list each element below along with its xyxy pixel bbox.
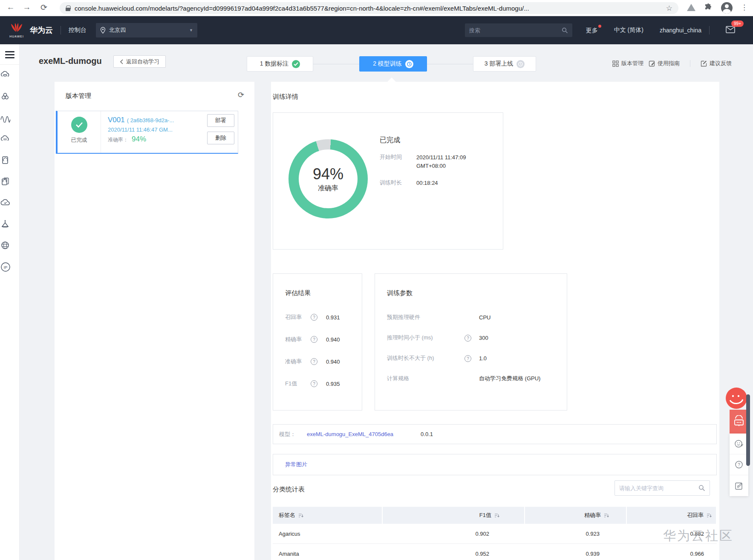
version-number-link[interactable]: V001 <box>108 116 125 124</box>
lock-icon <box>66 6 70 11</box>
question-circle-icon: ? <box>734 460 744 469</box>
chevron-down-icon: ▼ <box>189 28 193 32</box>
browser-back-icon[interactable]: ← <box>5 3 16 12</box>
browser-menu-icon[interactable]: ⋮ <box>741 3 748 12</box>
workflow-stepper: 1 数据标注 2 模型训练 3 部署上线 <box>247 56 536 72</box>
huawei-logo[interactable]: HUAWEI <box>7 23 26 38</box>
version-manage-link[interactable]: 版本管理 <box>612 60 643 67</box>
search-icon[interactable] <box>562 27 568 34</box>
metric-row-f1: F1值 0.935 <box>285 378 355 390</box>
brand-name[interactable]: 华为云 <box>30 25 53 35</box>
duration-value: 00:18:24 <box>416 179 438 187</box>
sort-icon[interactable] <box>494 513 499 518</box>
training-status: 已完成 <box>380 136 466 145</box>
svg-text:?: ? <box>738 462 740 467</box>
extensions-puzzle-icon[interactable] <box>704 3 713 14</box>
accuracy-value: 94% <box>132 135 146 144</box>
username-menu[interactable]: zhanghui_china <box>660 27 701 34</box>
table-row[interactable]: Amanita 0.952 0.939 0.966 <box>273 544 717 560</box>
sidebar-item-cluster[interactable] <box>0 91 19 101</box>
page-scrollbar[interactable] <box>746 394 750 466</box>
menu-hamburger-icon[interactable] <box>5 51 14 58</box>
version-card[interactable]: 已完成 V001 ( 2a6b3f68-9d2a-... 2020/11/11 … <box>56 111 238 154</box>
huawei-flower-icon <box>10 23 23 33</box>
more-menu[interactable]: 更多 <box>586 27 598 34</box>
chevron-left-icon <box>120 59 123 64</box>
sort-icon[interactable] <box>603 513 609 518</box>
class-stats-table: 标签名 F1值 精确率 召回率 Agaricus 0.902 0.923 0.8… <box>273 507 717 560</box>
stats-search-box[interactable] <box>615 480 710 496</box>
browser-reload-icon[interactable]: ⟳ <box>38 3 49 12</box>
version-panel: 版本管理 ⟳ 已完成 V001 ( 2a6b3f68-9d2a-... 2020… <box>55 82 254 560</box>
refresh-icon[interactable]: ⟳ <box>238 90 244 100</box>
cloud-lines-icon <box>0 134 10 144</box>
stats-search-input[interactable] <box>619 485 698 491</box>
sidebar-item-image-copy[interactable] <box>0 176 19 187</box>
training-detail-title: 训练详情 <box>273 93 298 101</box>
step-data-labeling[interactable]: 1 数据标注 <box>247 56 313 72</box>
sidebar-item-beacon[interactable] <box>0 219 19 229</box>
deploy-button[interactable]: 部署 <box>207 114 234 127</box>
help-icon[interactable] <box>311 380 317 387</box>
search-icon[interactable] <box>698 485 705 491</box>
donut-label: 准确率 <box>318 184 338 193</box>
assistant-mascot[interactable] <box>726 388 747 409</box>
browser-profile-avatar[interactable] <box>721 2 733 14</box>
satisfaction-button[interactable] <box>730 434 748 454</box>
start-time-value: 2020/11/11 11:47:09 GMT+08:00 <box>416 153 466 170</box>
feedback-button[interactable] <box>730 475 748 496</box>
help-icon[interactable] <box>311 314 317 321</box>
sidebar-item-ecs[interactable] <box>0 70 19 80</box>
language-selector[interactable]: 中文 (简体) <box>614 26 643 34</box>
delete-button[interactable]: 删除 <box>207 132 234 144</box>
header-actions: 版本管理 使用指南 建议反馈 <box>612 60 732 67</box>
sort-icon[interactable] <box>706 513 712 518</box>
sidebar-item-autoscaling[interactable] <box>0 112 19 123</box>
start-time-label: 开始时间 <box>380 153 416 170</box>
column-label-name: 标签名 <box>273 507 383 524</box>
model-link[interactable]: exeML-dumogu_ExeML_4705d6ea <box>307 431 393 437</box>
url-text[interactable]: console.huaweicloud.com/modelarts/?agenc… <box>75 5 663 12</box>
abnormal-images-link[interactable]: 异常图片 <box>285 461 307 468</box>
clock-icon <box>516 60 525 68</box>
nav-search[interactable] <box>465 23 572 37</box>
step-model-training[interactable]: 2 模型训练 <box>359 56 427 72</box>
address-bar[interactable]: console.huaweicloud.com/modelarts/?agenc… <box>60 2 678 14</box>
help-icon[interactable] <box>464 355 471 362</box>
nav-search-input[interactable] <box>469 27 562 34</box>
duration-label: 训练时长 <box>380 179 416 187</box>
help-icon[interactable] <box>311 358 317 365</box>
project-title: exeML-dumogu <box>39 56 102 66</box>
bookmark-star-icon[interactable]: ☆ <box>666 4 672 13</box>
evaluation-title: 评估结果 <box>285 289 311 297</box>
step-deploy[interactable]: 3 部署上线 <box>473 56 536 72</box>
help-icon[interactable] <box>464 335 471 342</box>
column-precision: 精确率 <box>525 507 627 524</box>
back-to-automl-button[interactable]: 返回自动学习 <box>113 55 166 68</box>
help-icon[interactable] <box>311 336 317 343</box>
cloud-server-icon <box>0 70 10 80</box>
messages-button[interactable]: 99+ <box>726 26 735 35</box>
help-button[interactable]: ? <box>730 454 748 475</box>
mail-count-badge: 99+ <box>731 20 744 27</box>
drive-extension-icon[interactable] <box>687 4 695 11</box>
sidebar-item-volume[interactable] <box>0 155 19 165</box>
sidebar-item-cloud-cache[interactable] <box>0 134 19 144</box>
user-guide-link[interactable]: 使用指南 <box>649 60 680 67</box>
sidebar-item-obs[interactable] <box>0 198 19 208</box>
sidebar-item-cdn[interactable] <box>0 240 19 250</box>
copy-server-icon <box>0 176 10 187</box>
customer-service-button[interactable] <box>730 410 748 434</box>
table-row[interactable]: Agaricus 0.902 0.923 0.882 <box>273 524 717 544</box>
console-link[interactable]: 控制台 <box>69 26 87 34</box>
browser-forward-icon[interactable]: → <box>21 3 32 12</box>
region-selector[interactable]: 北京四 ▼ <box>96 23 197 37</box>
metric-row-accuracy: 准确率 0.940 <box>285 356 355 368</box>
step-connector <box>427 64 473 64</box>
feedback-link[interactable]: 建议反馈 <box>701 60 732 67</box>
rail-divider <box>0 64 19 65</box>
sort-icon[interactable] <box>298 513 303 518</box>
metric-row-recall: 召回率 0.931 <box>285 311 355 323</box>
sidebar-item-eip[interactable]: IP <box>0 261 19 273</box>
model-version: 0.0.1 <box>421 431 433 437</box>
